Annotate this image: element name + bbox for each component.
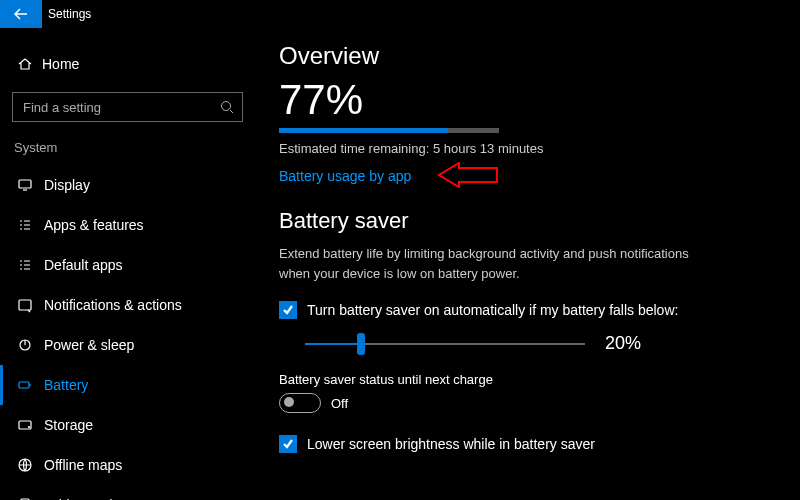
auto-saver-label: Turn battery saver on automatically if m… (307, 302, 678, 318)
apps-icon (14, 217, 36, 233)
home-button[interactable]: Home (0, 46, 255, 82)
content-pane: Overview 77% Estimated time remaining: 5… (255, 28, 800, 500)
slider-thumb[interactable] (357, 333, 365, 355)
saver-status-label: Battery saver status until next charge (279, 372, 760, 387)
nav-item-display[interactable]: Display (0, 165, 255, 205)
sidebar: Home System DisplayApps & featuresDefaul… (0, 28, 255, 500)
back-button[interactable] (0, 0, 42, 28)
saver-toggle-label: Off (331, 396, 348, 411)
brightness-checkbox[interactable] (279, 435, 297, 453)
battery-icon (14, 377, 36, 393)
nav-item-defaults[interactable]: Default apps (0, 245, 255, 285)
home-label: Home (36, 56, 79, 72)
slider-track-fill (305, 343, 361, 345)
nav-label: Storage (36, 417, 93, 433)
home-icon (14, 56, 36, 72)
battery-percent: 77% (279, 76, 760, 124)
auto-saver-checkbox[interactable] (279, 301, 297, 319)
check-icon (282, 438, 294, 450)
nav-list: DisplayApps & featuresDefault appsNotifi… (0, 165, 255, 500)
nav-item-tablet[interactable]: Tablet mode (0, 485, 255, 500)
nav-label: Default apps (36, 257, 123, 273)
title-bar: Settings (0, 0, 800, 28)
threshold-slider[interactable] (305, 334, 585, 354)
defaults-icon (14, 257, 36, 273)
nav-label: Notifications & actions (36, 297, 182, 313)
nav-label: Power & sleep (36, 337, 134, 353)
battery-saver-heading: Battery saver (279, 208, 760, 234)
storage-icon (14, 417, 36, 433)
battery-estimate: Estimated time remaining: 5 hours 13 min… (279, 141, 760, 156)
battery-bar-fill (279, 128, 448, 133)
annotation-arrow (419, 162, 499, 191)
search-icon (220, 100, 234, 114)
battery-usage-link[interactable]: Battery usage by app (279, 168, 411, 184)
window-title: Settings (42, 7, 91, 21)
nav-item-storage[interactable]: Storage (0, 405, 255, 445)
search-input[interactable] (21, 99, 220, 116)
notif-icon (14, 297, 36, 313)
svg-rect-2 (19, 300, 31, 310)
svg-rect-1 (19, 180, 31, 188)
display-icon (14, 177, 36, 193)
overview-heading: Overview (279, 42, 760, 70)
category-label: System (0, 140, 255, 155)
check-icon (282, 304, 294, 316)
nav-label: Apps & features (36, 217, 144, 233)
maps-icon (14, 457, 36, 473)
nav-label: Offline maps (36, 457, 122, 473)
nav-label: Battery (36, 377, 88, 393)
battery-bar (279, 128, 499, 133)
svg-point-0 (222, 102, 231, 111)
saver-toggle[interactable] (279, 393, 321, 413)
nav-item-battery[interactable]: Battery (0, 365, 255, 405)
threshold-value: 20% (605, 333, 641, 354)
toggle-knob (284, 397, 294, 407)
power-icon (14, 337, 36, 353)
svg-rect-4 (19, 382, 29, 388)
svg-point-6 (29, 427, 30, 428)
search-box[interactable] (12, 92, 243, 122)
nav-item-maps[interactable]: Offline maps (0, 445, 255, 485)
nav-item-notif[interactable]: Notifications & actions (0, 285, 255, 325)
brightness-label: Lower screen brightness while in battery… (307, 436, 595, 452)
nav-item-apps[interactable]: Apps & features (0, 205, 255, 245)
nav-item-power[interactable]: Power & sleep (0, 325, 255, 365)
battery-saver-description: Extend battery life by limiting backgrou… (279, 244, 699, 283)
nav-label: Display (36, 177, 90, 193)
arrow-left-icon (12, 5, 30, 23)
